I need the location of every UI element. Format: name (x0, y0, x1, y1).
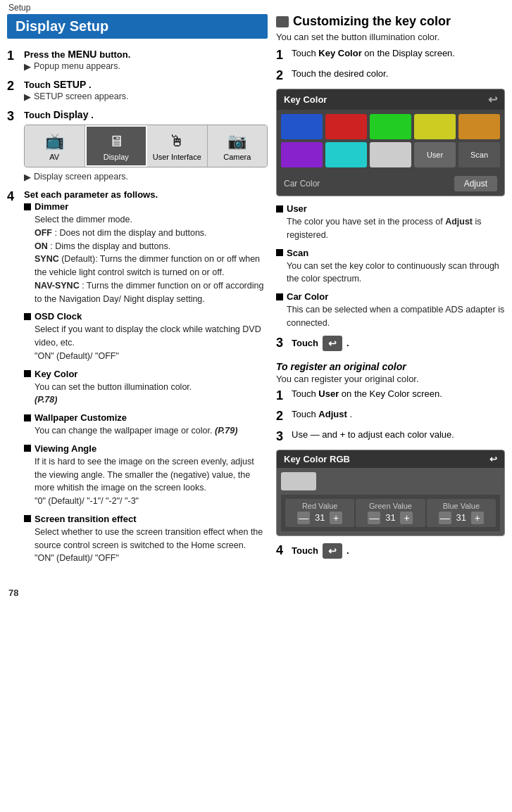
display-icon-display: 🖥 Display (85, 125, 148, 167)
wallpaper-square-icon (24, 414, 31, 421)
kcr-preview (281, 472, 316, 490)
color-cell-green[interactable] (370, 114, 411, 139)
screen-transition-label: Screen transition effect (35, 514, 137, 524)
key-color-rgb-panel: Key Color RGB ↩ Red Value — 31 + (276, 450, 505, 536)
subsection-viewing-angle: Viewing Angle If it is hard to see the i… (24, 443, 268, 508)
display-setup-header: Display Setup (7, 14, 268, 39)
key-color-title: Key Color (24, 369, 268, 379)
green-plus-button[interactable]: + (400, 512, 413, 524)
color-cell-yellow[interactable] (414, 114, 456, 139)
step-3-title: Touch Display . (24, 109, 268, 120)
menu-keyword: MENU (68, 49, 99, 60)
right-scan-subsection: Scan You can set the key color to contin… (276, 248, 505, 286)
color-cell-user[interactable]: User (414, 142, 456, 167)
user-label: User (287, 203, 307, 214)
r-step-1-content: Touch Key Color on the Display screen. (292, 48, 505, 58)
av-icon: 📺 (45, 132, 64, 151)
r-step-3-period: . (346, 338, 349, 348)
key-color-square-icon (24, 370, 31, 377)
osd-clock-title: OSD Clock (24, 311, 268, 322)
scan-square-icon (276, 249, 283, 256)
step-1-sub: ▶ Popup menu appears. (24, 61, 268, 72)
right-user-subsection: User The color you have set in the proce… (276, 203, 505, 242)
dimmer-square-icon (24, 203, 31, 210)
car-color-label: Car Color (284, 179, 320, 189)
dimmer-body: Select the dimmer mode. OFF : Does not d… (35, 213, 268, 305)
back-icon-1[interactable]: ↩ (323, 336, 342, 351)
reg-step-4-touch: Touch (292, 545, 318, 556)
car-color-subsection-label: Car Color (287, 291, 328, 302)
step-3-content: Touch Display . 📺 AV 🖥 Display (24, 109, 268, 182)
red-plus-button[interactable]: + (330, 512, 342, 524)
kcr-back-icon[interactable]: ↩ (489, 454, 497, 464)
kcp-back-icon[interactable]: ↩ (488, 93, 497, 106)
green-minus-button[interactable]: — (368, 512, 380, 524)
kcp-header-label: Key Color (284, 94, 327, 105)
user-body: The color you have set in the process of… (287, 215, 505, 242)
step-3: 3 Touch Display . 📺 AV 🖥 Display (7, 109, 268, 182)
red-slider: Red Value — 31 + (285, 499, 354, 527)
screen-transition-square-icon (24, 515, 31, 522)
user-square-icon (276, 205, 283, 212)
right-car-color-title: Car Color (276, 291, 505, 302)
subsection-screen-transition: Screen transition effect Select whether … (24, 514, 268, 565)
reg-step-1-content: Touch User on the Key Color screen. (292, 388, 505, 399)
color-cell-purple[interactable] (281, 142, 323, 167)
step-3-number: 3 (7, 109, 20, 125)
color-cell-white[interactable] (370, 142, 411, 167)
osd-clock-label: OSD Clock (35, 311, 82, 322)
viewing-angle-square-icon (24, 445, 31, 452)
step-4-title: Set each parameter as follows. (24, 189, 268, 200)
dimmer-label: Dimmer (35, 201, 68, 212)
step-3-sub: ▶ Display screen appears. (24, 172, 268, 182)
step-1-sub-text: Popup menu appears. (34, 61, 120, 72)
reg-step-3-num: 3 (276, 429, 287, 444)
reg-step-2-content: Touch Adjust . (292, 409, 505, 419)
step-2-sub-text: SETUP screen appears. (34, 91, 129, 102)
reg-step-4: 4 Touch ↩ . (276, 543, 505, 563)
dimmer-title: Dimmer (24, 201, 268, 212)
step-2-title: Touch SETUP . (24, 79, 268, 90)
color-cell-cyan[interactable] (325, 142, 367, 167)
ui-label: User Interface (153, 153, 201, 161)
blue-controls: — 31 + (439, 512, 484, 524)
right-user-title: User (276, 203, 505, 214)
back-icon-2[interactable]: ↩ (323, 543, 342, 559)
subsection-dimmer: Dimmer Select the dimmer mode. OFF : Doe… (24, 201, 268, 305)
color-cell-orange[interactable] (458, 114, 500, 139)
scan-label: Scan (287, 248, 308, 258)
step-2-number: 2 (7, 79, 20, 94)
right-section-title: Customizing the key color (276, 14, 505, 29)
osd-clock-body: Select if you want to display the clock … (35, 323, 268, 362)
page: Setup Display Setup 1 Press the MENU but… (0, 0, 512, 601)
r-step-2: 2 Touch the desired color. (276, 68, 505, 83)
car-color-square-icon (276, 293, 283, 300)
key-color-body: You can set the button illumination colo… (35, 381, 268, 407)
blue-plus-button[interactable]: + (471, 512, 484, 524)
dimmer-navsync: NAV-SYNC (35, 281, 80, 291)
red-controls: — 31 + (297, 512, 342, 524)
section-title-text: Customizing the key color (293, 14, 451, 29)
adjust-button[interactable]: Adjust (454, 176, 497, 191)
av-label: AV (49, 153, 59, 161)
blue-minus-button[interactable]: — (439, 512, 451, 524)
adjust-keyword: Adjust (445, 217, 473, 227)
r-step-2-content: Touch the desired color. (292, 68, 505, 79)
arrow-3: ▶ (24, 172, 31, 182)
register-subtitle: You can register your original color. (276, 374, 505, 384)
reg-step-3: 3 Use — and + to adjust each color value… (276, 429, 505, 444)
arrow-2: ▶ (24, 91, 31, 102)
page-number: 78 (0, 585, 512, 601)
blue-value: 31 (454, 512, 468, 523)
color-cell-red[interactable] (325, 114, 367, 139)
arrow-1: ▶ (24, 61, 31, 72)
color-cell-scan[interactable]: Scan (458, 142, 500, 167)
step-1-content: Press the MENU button. ▶ Popup menu appe… (24, 49, 268, 72)
step-2-sub: ▶ SETUP screen appears. (24, 91, 268, 102)
red-minus-button[interactable]: — (297, 512, 310, 524)
color-cell-blue[interactable] (281, 114, 323, 139)
blue-slider: Blue Value — 31 + (427, 499, 496, 527)
r-step-3-content: Touch ↩ . (292, 336, 505, 351)
blue-label: Blue Value (443, 502, 480, 510)
section-icon (276, 16, 289, 27)
